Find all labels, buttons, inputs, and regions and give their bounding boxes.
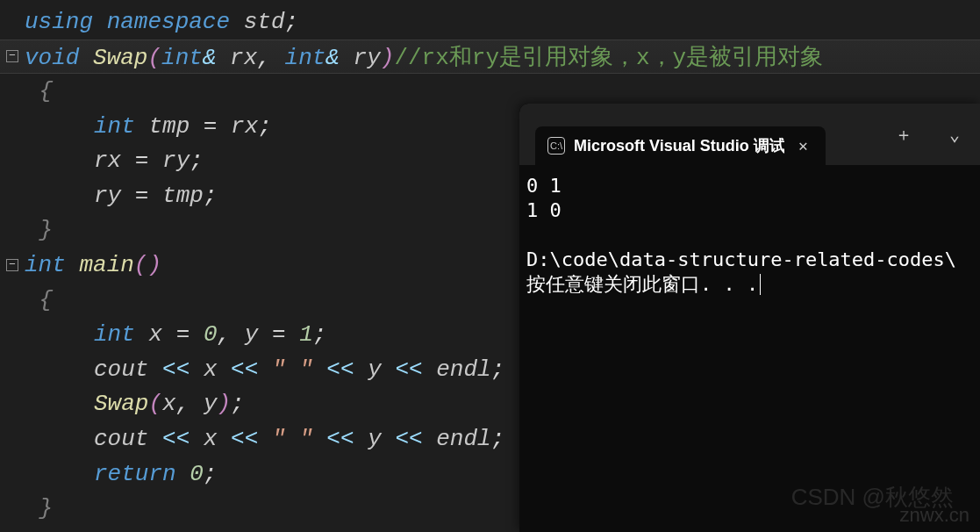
new-tab-button[interactable]: ＋ — [878, 104, 929, 165]
terminal-tab[interactable]: C:\ Microsoft Visual Studio 调试 ✕ — [535, 126, 826, 165]
terminal-window: C:\ Microsoft Visual Studio 调试 ✕ ＋ ⌄ 0 1… — [519, 104, 980, 532]
code-line: using namespace std; — [0, 4, 980, 40]
watermark: znwx.cn — [900, 504, 969, 527]
terminal-tab-title: Microsoft Visual Studio 调试 — [574, 135, 784, 156]
chevron-down-icon: ⌄ — [949, 124, 960, 146]
tab-dropdown-button[interactable]: ⌄ — [929, 104, 980, 165]
fold-minus-icon[interactable]: − — [6, 259, 18, 271]
fold-minus-icon[interactable]: − — [6, 50, 18, 62]
close-icon[interactable]: ✕ — [793, 133, 813, 159]
terminal-titlebar[interactable]: C:\ Microsoft Visual Studio 调试 ✕ ＋ ⌄ — [519, 104, 980, 165]
terminal-icon: C:\ — [547, 137, 565, 155]
terminal-output[interactable]: 0 1 1 0 D:\code\data-structure-related-c… — [519, 165, 980, 306]
text-cursor — [760, 274, 761, 295]
code-line: − void Swap(int& rx, int& ry)//rx和ry是引用对… — [0, 40, 980, 75]
